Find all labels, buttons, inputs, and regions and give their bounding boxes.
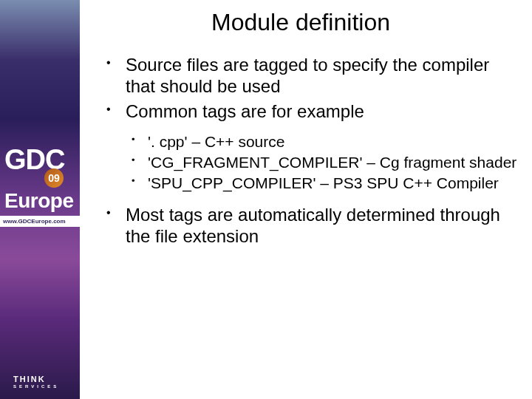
bullet-text: 'CG_FRAGMENT_COMPILER' – Cg fragment sha… [148,154,516,171]
bullet-text: '. cpp' – C++ source [148,133,284,150]
gdc-url-strip: www.GDCEurope.com [0,216,80,227]
think-brand: THINK [13,375,46,383]
bullet-text: Most tags are automatically determined t… [126,205,500,246]
list-item: Common tags are for example '. cpp' – C+… [99,100,517,194]
bullet-text: Source files are tagged to specify the c… [126,55,489,96]
think-services-logo: THINK SERVICES [13,375,59,389]
list-item: 'CG_FRAGMENT_COMPILER' – Cg fragment sha… [126,153,517,172]
list-item: '. cpp' – C++ source [126,132,517,151]
sidebar-banner: GDC 09 Europe www.GDCEurope.com THINK SE… [0,0,80,399]
gdc-logo-text: GDC [4,148,75,171]
gdc-logo-block: GDC 09 Europe [4,148,75,213]
bullet-text: Common tags are for example [126,101,364,121]
gdc-year-badge: 09 [44,168,64,188]
sub-bullet-list: '. cpp' – C++ source 'CG_FRAGMENT_COMPIL… [126,132,517,194]
gdc-europe-text: Europe [4,189,75,213]
bullet-list: Source files are tagged to specify the c… [99,54,517,247]
think-sub: SERVICES [13,384,59,389]
list-item: Most tags are automatically determined t… [99,204,517,248]
list-item: Source files are tagged to specify the c… [99,54,517,98]
slide-title: Module definition [84,9,517,36]
slide-content: Module definition Source files are tagge… [80,0,532,399]
list-item: 'SPU_CPP_COMPILER' – PS3 SPU C++ Compile… [126,174,517,193]
bullet-text: 'SPU_CPP_COMPILER' – PS3 SPU C++ Compile… [148,174,499,191]
